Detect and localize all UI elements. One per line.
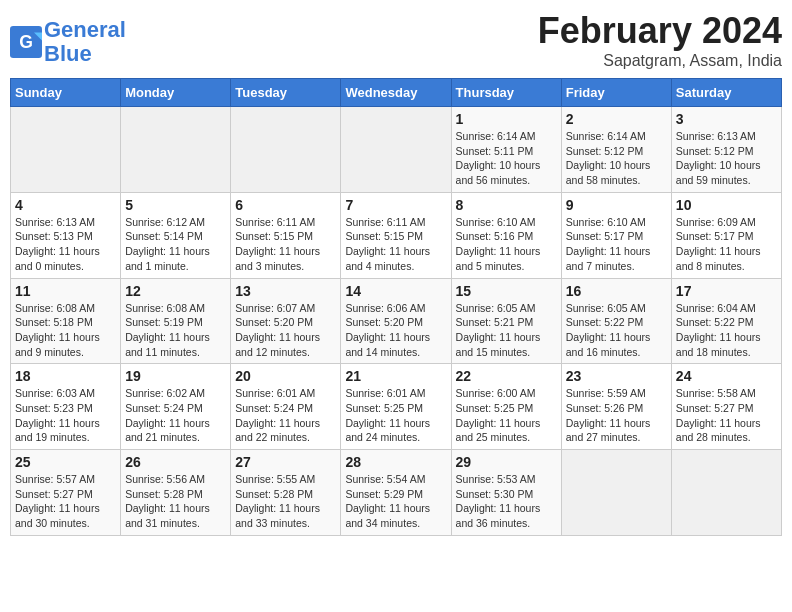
day-number: 19 [125,368,226,384]
week-row-2: 4Sunrise: 6:13 AM Sunset: 5:13 PM Daylig… [11,192,782,278]
day-number: 12 [125,283,226,299]
header: G General Blue February 2024 Sapatgram, … [10,10,782,70]
day-number: 7 [345,197,446,213]
day-number: 21 [345,368,446,384]
week-row-4: 18Sunrise: 6:03 AM Sunset: 5:23 PM Dayli… [11,364,782,450]
day-info: Sunrise: 6:08 AM Sunset: 5:18 PM Dayligh… [15,301,116,360]
logo-line1: General [44,17,126,42]
title-area: February 2024 Sapatgram, Assam, India [538,10,782,70]
day-info: Sunrise: 6:02 AM Sunset: 5:24 PM Dayligh… [125,386,226,445]
calendar-cell: 14Sunrise: 6:06 AM Sunset: 5:20 PM Dayli… [341,278,451,364]
day-info: Sunrise: 6:00 AM Sunset: 5:25 PM Dayligh… [456,386,557,445]
calendar-cell: 26Sunrise: 5:56 AM Sunset: 5:28 PM Dayli… [121,450,231,536]
day-info: Sunrise: 6:01 AM Sunset: 5:25 PM Dayligh… [345,386,446,445]
weekday-header-friday: Friday [561,79,671,107]
calendar-cell: 28Sunrise: 5:54 AM Sunset: 5:29 PM Dayli… [341,450,451,536]
day-number: 28 [345,454,446,470]
calendar-cell: 13Sunrise: 6:07 AM Sunset: 5:20 PM Dayli… [231,278,341,364]
weekday-header-wednesday: Wednesday [341,79,451,107]
calendar-cell: 16Sunrise: 6:05 AM Sunset: 5:22 PM Dayli… [561,278,671,364]
day-number: 2 [566,111,667,127]
calendar-cell: 24Sunrise: 5:58 AM Sunset: 5:27 PM Dayli… [671,364,781,450]
day-info: Sunrise: 6:05 AM Sunset: 5:21 PM Dayligh… [456,301,557,360]
day-number: 17 [676,283,777,299]
calendar-cell [121,107,231,193]
calendar-cell: 8Sunrise: 6:10 AM Sunset: 5:16 PM Daylig… [451,192,561,278]
day-number: 8 [456,197,557,213]
day-number: 11 [15,283,116,299]
day-number: 1 [456,111,557,127]
calendar-cell: 5Sunrise: 6:12 AM Sunset: 5:14 PM Daylig… [121,192,231,278]
weekday-header-saturday: Saturday [671,79,781,107]
weekday-header-row: SundayMondayTuesdayWednesdayThursdayFrid… [11,79,782,107]
logo: G General Blue [10,18,126,66]
calendar-cell [231,107,341,193]
day-number: 15 [456,283,557,299]
week-row-3: 11Sunrise: 6:08 AM Sunset: 5:18 PM Dayli… [11,278,782,364]
logo-text: General Blue [44,18,126,66]
calendar-cell [341,107,451,193]
calendar-cell: 15Sunrise: 6:05 AM Sunset: 5:21 PM Dayli… [451,278,561,364]
calendar-cell: 7Sunrise: 6:11 AM Sunset: 5:15 PM Daylig… [341,192,451,278]
day-info: Sunrise: 6:12 AM Sunset: 5:14 PM Dayligh… [125,215,226,274]
calendar-table: SundayMondayTuesdayWednesdayThursdayFrid… [10,78,782,536]
day-info: Sunrise: 6:09 AM Sunset: 5:17 PM Dayligh… [676,215,777,274]
calendar-cell: 1Sunrise: 6:14 AM Sunset: 5:11 PM Daylig… [451,107,561,193]
day-info: Sunrise: 6:13 AM Sunset: 5:12 PM Dayligh… [676,129,777,188]
calendar-cell: 23Sunrise: 5:59 AM Sunset: 5:26 PM Dayli… [561,364,671,450]
day-info: Sunrise: 6:03 AM Sunset: 5:23 PM Dayligh… [15,386,116,445]
day-number: 13 [235,283,336,299]
day-number: 20 [235,368,336,384]
calendar-cell: 11Sunrise: 6:08 AM Sunset: 5:18 PM Dayli… [11,278,121,364]
day-number: 14 [345,283,446,299]
day-info: Sunrise: 6:13 AM Sunset: 5:13 PM Dayligh… [15,215,116,274]
day-info: Sunrise: 5:55 AM Sunset: 5:28 PM Dayligh… [235,472,336,531]
calendar-cell: 3Sunrise: 6:13 AM Sunset: 5:12 PM Daylig… [671,107,781,193]
day-number: 29 [456,454,557,470]
day-info: Sunrise: 5:53 AM Sunset: 5:30 PM Dayligh… [456,472,557,531]
day-number: 25 [15,454,116,470]
calendar-cell: 10Sunrise: 6:09 AM Sunset: 5:17 PM Dayli… [671,192,781,278]
calendar-cell [561,450,671,536]
day-info: Sunrise: 6:11 AM Sunset: 5:15 PM Dayligh… [235,215,336,274]
day-info: Sunrise: 6:01 AM Sunset: 5:24 PM Dayligh… [235,386,336,445]
calendar-cell [671,450,781,536]
calendar-title: February 2024 [538,10,782,52]
day-info: Sunrise: 6:08 AM Sunset: 5:19 PM Dayligh… [125,301,226,360]
day-info: Sunrise: 6:14 AM Sunset: 5:11 PM Dayligh… [456,129,557,188]
day-number: 6 [235,197,336,213]
day-info: Sunrise: 5:54 AM Sunset: 5:29 PM Dayligh… [345,472,446,531]
day-info: Sunrise: 6:14 AM Sunset: 5:12 PM Dayligh… [566,129,667,188]
day-info: Sunrise: 5:56 AM Sunset: 5:28 PM Dayligh… [125,472,226,531]
day-info: Sunrise: 5:59 AM Sunset: 5:26 PM Dayligh… [566,386,667,445]
calendar-cell: 19Sunrise: 6:02 AM Sunset: 5:24 PM Dayli… [121,364,231,450]
day-number: 16 [566,283,667,299]
calendar-subtitle: Sapatgram, Assam, India [538,52,782,70]
day-info: Sunrise: 6:10 AM Sunset: 5:16 PM Dayligh… [456,215,557,274]
day-info: Sunrise: 6:06 AM Sunset: 5:20 PM Dayligh… [345,301,446,360]
logo-line2: Blue [44,41,92,66]
day-number: 9 [566,197,667,213]
day-info: Sunrise: 5:58 AM Sunset: 5:27 PM Dayligh… [676,386,777,445]
calendar-cell [11,107,121,193]
weekday-header-monday: Monday [121,79,231,107]
day-info: Sunrise: 6:04 AM Sunset: 5:22 PM Dayligh… [676,301,777,360]
day-info: Sunrise: 6:11 AM Sunset: 5:15 PM Dayligh… [345,215,446,274]
day-number: 23 [566,368,667,384]
day-info: Sunrise: 6:10 AM Sunset: 5:17 PM Dayligh… [566,215,667,274]
weekday-header-sunday: Sunday [11,79,121,107]
calendar-cell: 22Sunrise: 6:00 AM Sunset: 5:25 PM Dayli… [451,364,561,450]
day-number: 26 [125,454,226,470]
day-number: 5 [125,197,226,213]
calendar-cell: 27Sunrise: 5:55 AM Sunset: 5:28 PM Dayli… [231,450,341,536]
calendar-cell: 21Sunrise: 6:01 AM Sunset: 5:25 PM Dayli… [341,364,451,450]
day-number: 22 [456,368,557,384]
svg-text:G: G [19,33,33,53]
weekday-header-thursday: Thursday [451,79,561,107]
day-info: Sunrise: 5:57 AM Sunset: 5:27 PM Dayligh… [15,472,116,531]
day-number: 3 [676,111,777,127]
day-number: 10 [676,197,777,213]
logo-icon: G [10,26,42,58]
day-number: 4 [15,197,116,213]
calendar-cell: 2Sunrise: 6:14 AM Sunset: 5:12 PM Daylig… [561,107,671,193]
